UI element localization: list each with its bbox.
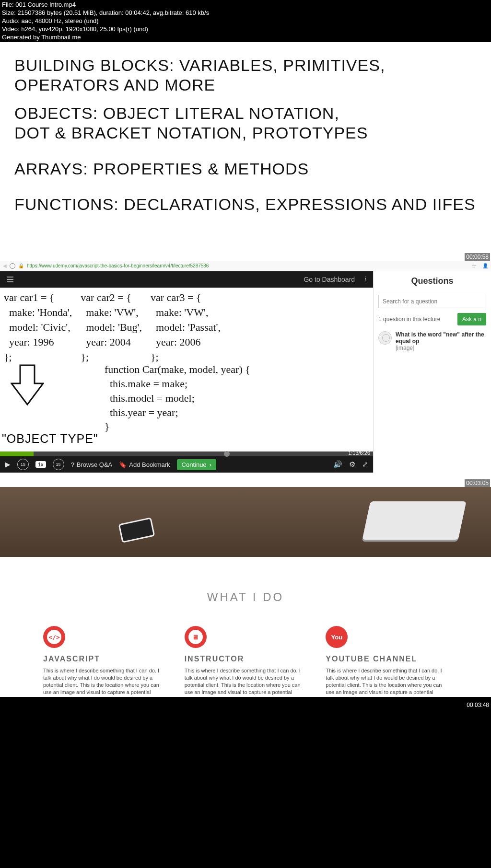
progress-fill (0, 451, 34, 456)
thumbnail-3: WHAT I DO </> JAVASCRIPT This is where I… (0, 487, 491, 710)
url-text: https://www.udemy.com/javascript-the-bas… (27, 263, 209, 268)
timestamp-1: 00:00:58 (465, 253, 490, 261)
browser-url-bar[interactable]: ◀ 🔒 https://www.udemy.com/javascript-the… (0, 261, 491, 271)
add-bookmark-button[interactable]: 🔖Add Bookmark (119, 461, 170, 468)
what-i-do-heading: WHAT I DO (43, 590, 448, 604)
phone-graphic (118, 518, 155, 544)
avatar (378, 331, 392, 345)
video-player: Go to Dashboard i var car1 = { make: 'Ho… (0, 271, 373, 473)
udemy-player-frame: ◀ 🔒 https://www.udemy.com/javascript-the… (0, 261, 491, 487)
bookmark-star-icon[interactable]: ☆ (471, 263, 477, 269)
col-title: INSTRUCTOR (185, 655, 307, 663)
timestamp-2: 00:03:05 (465, 479, 490, 487)
progress-bar[interactable]: 1:13/6:26 (0, 451, 373, 456)
col-instructor: 🖥 INSTRUCTOR This is where I describe so… (185, 626, 307, 703)
code-car2: var car2 = { make: 'VW', model: 'Bug', y… (81, 290, 142, 364)
code-icon: </> (43, 626, 65, 648)
object-type-label: "OBJECT TYPE" (2, 432, 98, 446)
thumbnail-2: ◀ 🔒 https://www.udemy.com/javascript-the… (0, 261, 491, 487)
nav-back-icon[interactable]: ◀ (3, 263, 7, 268)
meta-audio: Audio: aac, 48000 Hz, stereo (und) (2, 17, 489, 25)
play-icon[interactable]: ▶ (5, 460, 11, 469)
keyboard-graphic (362, 501, 466, 540)
topic-line-3: ARRAYS: PROPERTIES & METHODS (14, 159, 477, 179)
code-car3: var car3 = { make: 'VW', model: 'Passat'… (151, 290, 221, 364)
thumbnail-1: BUILDING BLOCKS: VARIABLES, PRIMITIVES, … (0, 42, 491, 261)
question-count: 1 question in this lecture (378, 316, 440, 323)
menu-icon[interactable] (7, 277, 13, 282)
meta-size: Size: 21507386 bytes (20.51 MiB), durati… (2, 9, 489, 17)
meta-file: File: 001 Course Intro.mp4 (2, 1, 489, 9)
profile-icon[interactable]: 👤 (482, 263, 488, 268)
ask-question-button[interactable]: Ask a n (457, 313, 486, 325)
settings-icon[interactable]: ⚙ (349, 460, 355, 469)
player-controls: ▶ 15 1x 15 ?Browse Q&A 🔖Add Bookmark Con… (0, 456, 373, 473)
down-arrow-icon (11, 364, 44, 406)
reload-icon[interactable] (10, 263, 15, 269)
progress-knob[interactable] (224, 451, 230, 457)
question-title: What is the word "new" after the equal o… (396, 331, 486, 345)
info-icon[interactable]: i (364, 276, 366, 283)
code-constructor: function Car(make, model, year) { this.m… (105, 362, 369, 433)
portfolio-slide: WHAT I DO </> JAVASCRIPT This is where I… (0, 487, 491, 697)
rewind-15-button[interactable]: 15 (17, 459, 29, 470)
continue-button[interactable]: Continue› (177, 459, 216, 470)
code-car1: var car1 = { make: 'Honda', model: 'Civi… (4, 290, 72, 364)
dashboard-link[interactable]: Go to Dashboard (304, 276, 355, 283)
col-youtube: You YOUTUBE CHANNEL This is where I desc… (326, 626, 448, 703)
bookmark-icon: 🔖 (119, 461, 127, 468)
col-title: JAVASCRIPT (43, 655, 165, 663)
timestamp-3: 00:03:48 (467, 702, 489, 708)
questions-panel: Questions 1 question in this lecture Ask… (373, 271, 491, 473)
meta-generated: Generated by Thumbnail me (2, 34, 489, 42)
col-javascript: </> JAVASCRIPT This is where I describe … (43, 626, 165, 703)
topic-line-4: FUNCTIONS: DECLARATIONS, EXPRESSIONS AND… (14, 195, 477, 214)
col-title: YOUTUBE CHANNEL (326, 655, 448, 663)
question-item[interactable]: What is the word "new" after the equal o… (378, 331, 486, 351)
volume-icon[interactable]: 🔊 (333, 460, 342, 469)
help-icon: ? (71, 461, 74, 468)
question-sub: [image] (396, 345, 486, 351)
panel-title: Questions (378, 276, 486, 286)
progress-time: 1:13/6:26 (348, 450, 370, 456)
footer-bar: 00:03:48 (0, 697, 491, 710)
topic-line-1: BUILDING BLOCKS: VARIABLES, PRIMITIVES, … (14, 56, 477, 95)
video-content: var car1 = { make: 'Honda', model: 'Civi… (0, 288, 373, 451)
forward-15-button[interactable]: 15 (53, 459, 64, 470)
fullscreen-icon[interactable]: ⤢ (362, 460, 368, 469)
youtube-icon: You (326, 626, 348, 648)
chevron-right-icon: › (210, 461, 211, 468)
browse-qa-button[interactable]: ?Browse Q&A (71, 461, 113, 468)
meta-video: Video: h264, yuv420p, 1920x1080, 25.00 f… (2, 25, 489, 34)
slide-topics: BUILDING BLOCKS: VARIABLES, PRIMITIVES, … (0, 42, 491, 261)
presentation-icon: 🖥 (185, 626, 207, 648)
topic-line-2: OBJECTS: OBJECT LITERAL NOTATION, DOT & … (14, 104, 379, 143)
hero-image (0, 487, 491, 557)
player-header: Go to Dashboard i (0, 271, 373, 288)
question-search-input[interactable] (378, 295, 486, 308)
lock-icon: 🔒 (18, 263, 24, 268)
file-meta-block: File: 001 Course Intro.mp4 Size: 2150738… (0, 0, 491, 42)
speed-button[interactable]: 1x (35, 461, 46, 468)
